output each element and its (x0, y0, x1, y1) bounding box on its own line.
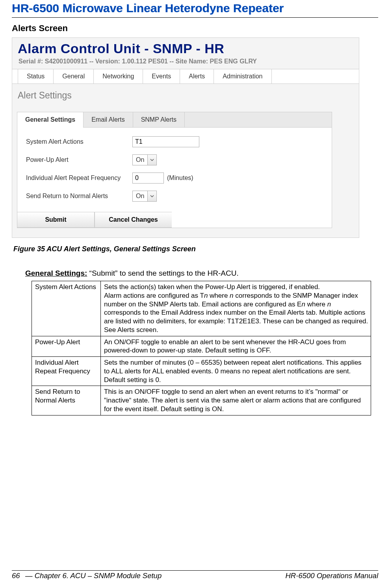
alert-settings-area: Alert Settings General Settings Email Al… (12, 84, 359, 237)
label-system-alert-actions: System Alert Actions (26, 138, 132, 145)
chevron-down-icon (147, 191, 156, 201)
settings-description-table: System Alert ActionsSets the action(s) t… (32, 281, 371, 415)
setting-name-cell: Send Return to Normal Alerts (32, 386, 101, 415)
setting-desc-cell: An ON/OFF toggle to enable an alert to b… (101, 336, 371, 357)
general-settings-text: “Submit” to send the settings to the HR-… (87, 269, 238, 277)
input-repeat-frequency[interactable] (132, 173, 164, 184)
page-footer: 66 — Chapter 6. ACU – SNMP Module Setup … (12, 570, 378, 580)
title-rule (12, 17, 378, 18)
general-settings-line: General Settings: “Submit” to send the s… (25, 269, 378, 278)
label-power-up-alert: Power-Up Alert (26, 156, 132, 163)
table-row: Send Return to Normal AlertsThis is an O… (32, 386, 371, 415)
select-value: On (133, 193, 147, 200)
unit-minutes: (Minutes) (164, 174, 193, 182)
form-area: System Alert Actions Power-Up Alert On (17, 128, 332, 212)
setting-name-cell: Power-Up Alert (32, 336, 101, 357)
form-button-row: Submit Cancel Changes (17, 212, 172, 228)
subtab-snmp-alerts[interactable]: SNMP Alerts (133, 112, 185, 127)
acu-subline: Serial #: S42001000911 -- Version: 1.00.… (18, 56, 353, 67)
tab-administration[interactable]: Administration (214, 69, 271, 83)
page-number: 66 (12, 571, 25, 580)
setting-name-cell: System Alert Actions (32, 281, 101, 336)
table-row: Individual Alert Repeat FrequencySets th… (32, 357, 371, 386)
setting-name-cell: Individual Alert Repeat Frequency (32, 357, 101, 386)
select-value: On (133, 156, 147, 163)
subtab-email-alerts[interactable]: Email Alerts (84, 112, 133, 127)
input-system-alert-actions[interactable] (132, 136, 199, 147)
footer-chapter: — Chapter 6. ACU – SNMP Module Setup (25, 571, 286, 580)
footer-rule (12, 570, 378, 571)
setting-desc-cell: This is an ON/OFF toggle to send an aler… (101, 386, 371, 415)
footer-manual: HR-6500 Operations Manual (286, 571, 379, 580)
document-title: HR-6500 Microwave Linear Heterodyne Repe… (12, 0, 378, 17)
tab-status[interactable]: Status (18, 69, 54, 83)
main-tab-bar: Status General Networking Events Alerts … (12, 69, 359, 84)
general-settings-label: General Settings: (25, 269, 87, 277)
label-send-return: Send Return to Normal Alerts (26, 192, 132, 200)
screenshot-figure: Alarm Control Unit - SNMP - HR Serial #:… (12, 37, 359, 238)
tab-general[interactable]: General (54, 69, 94, 83)
setting-desc-cell: Sets the number of minutes (0 – 65535) b… (101, 357, 371, 386)
table-row: System Alert ActionsSets the action(s) t… (32, 281, 371, 336)
alert-settings-heading: Alert Settings (17, 89, 359, 104)
chevron-down-icon (147, 155, 156, 165)
figure-caption: Figure 35 ACU Alert Settings, General Se… (13, 245, 378, 253)
section-heading: Alerts Screen (12, 23, 378, 33)
acu-title: Alarm Control Unit - SNMP - HR (18, 40, 353, 56)
select-send-return[interactable]: On (132, 191, 157, 202)
acu-header: Alarm Control Unit - SNMP - HR Serial #:… (12, 38, 359, 69)
select-power-up-alert[interactable]: On (132, 154, 157, 165)
settings-card: General Settings Email Alerts SNMP Alert… (17, 112, 332, 228)
setting-desc-cell: Sets the action(s) taken when the Power-… (101, 281, 371, 336)
tab-networking[interactable]: Networking (94, 69, 143, 83)
subtab-general-settings[interactable]: General Settings (17, 112, 84, 127)
label-repeat-frequency: Individual Alert Repeat Frequency (26, 174, 132, 182)
tab-alerts[interactable]: Alerts (180, 69, 214, 83)
cancel-button[interactable]: Cancel Changes (95, 212, 172, 228)
sub-tab-bar: General Settings Email Alerts SNMP Alert… (17, 112, 332, 128)
tab-events[interactable]: Events (143, 69, 180, 83)
submit-button[interactable]: Submit (17, 212, 95, 228)
table-row: Power-Up AlertAn ON/OFF toggle to enable… (32, 336, 371, 357)
